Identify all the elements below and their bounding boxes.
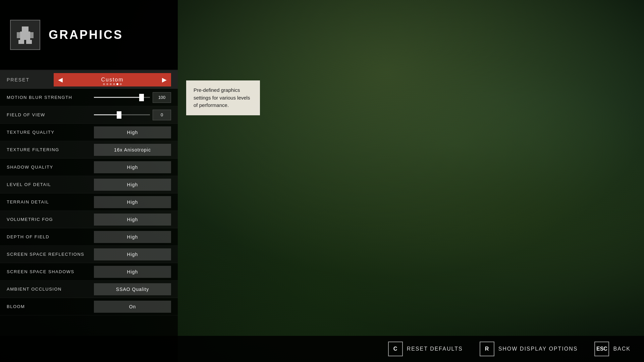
settings-list: MOTION BLUR STRENGTH 100 FIELD OF VIEW 0… (0, 89, 178, 315)
svg-rect-5 (30, 32, 34, 38)
preset-dot-3 (110, 83, 112, 85)
key-badge-2: ESC (594, 342, 609, 356)
svg-rect-3 (26, 40, 32, 44)
setting-row-11: AMBIENT OCCLUSION SSAO Quality (0, 281, 178, 298)
bottom-action-0[interactable]: C RESET DEFAULTS (388, 342, 463, 356)
slider-value-0: 100 (153, 92, 171, 103)
preset-dots (103, 83, 122, 85)
setting-name-1: FIELD OF VIEW (7, 112, 94, 117)
preset-dot-1 (103, 83, 105, 85)
setting-row-1: FIELD OF VIEW 0 (0, 106, 178, 124)
dropdown-11[interactable]: SSAO Quality (94, 283, 171, 295)
dropdown-2[interactable]: High (94, 126, 171, 138)
preset-control: ◀ Custom ▶ (54, 73, 171, 86)
setting-control-10[interactable]: High (94, 266, 171, 278)
setting-row-3: TEXTURE FILTERING 16x Anisotropic (0, 141, 178, 159)
slider-value-1: 0 (153, 110, 171, 120)
settings-panel: PRESET ◀ Custom ▶ MOTION BLUR STRENGTH (0, 70, 178, 335)
setting-row-8: DEPTH OF FIELD High (0, 228, 178, 246)
setting-name-9: SCREEN SPACE REFLECTIONS (7, 252, 94, 257)
svg-rect-4 (17, 32, 20, 38)
slider-0[interactable]: 100 (94, 92, 171, 103)
header: GRAPHICS (0, 0, 178, 70)
preset-dot-5 (116, 83, 118, 85)
bottom-action-2[interactable]: ESC BACK (594, 342, 631, 356)
graphics-icon (10, 20, 40, 50)
action-label-2: BACK (613, 346, 631, 352)
slider-thumb-1[interactable] (117, 111, 121, 119)
setting-name-2: TEXTURE QUALITY (7, 130, 94, 135)
setting-control-8[interactable]: High (94, 231, 171, 243)
setting-name-7: VOLUMETRIC FOG (7, 217, 94, 222)
dropdown-7[interactable]: High (94, 214, 171, 226)
setting-name-10: SCREEN SPACE SHADOWS (7, 269, 94, 274)
setting-name-8: DEPTH OF FIELD (7, 234, 94, 239)
preset-label: PRESET (7, 77, 54, 82)
preset-value: Custom (67, 77, 158, 83)
dropdown-12[interactable]: On (94, 301, 171, 313)
setting-name-6: TERRAIN DETAIL (7, 199, 94, 204)
slider-fill-0 (94, 97, 142, 98)
setting-control-5[interactable]: High (94, 179, 171, 191)
setting-control-12[interactable]: On (94, 301, 171, 313)
preset-prev-button[interactable]: ◀ (54, 73, 67, 86)
preset-next-button[interactable]: ▶ (158, 73, 171, 86)
setting-row-4: SHADOW QUALITY High (0, 159, 178, 176)
dropdown-10[interactable]: High (94, 266, 171, 278)
setting-control-1[interactable]: 0 (94, 110, 171, 120)
page-title: GRAPHICS (49, 28, 123, 42)
tooltip: Pre-defined graphics settings for variou… (186, 80, 260, 115)
setting-name-11: AMBIENT OCCLUSION (7, 287, 94, 292)
dropdown-5[interactable]: High (94, 179, 171, 191)
dropdown-9[interactable]: High (94, 248, 171, 260)
dropdown-6[interactable]: High (94, 196, 171, 208)
preset-dot-4 (113, 83, 115, 85)
svg-rect-0 (22, 26, 29, 32)
setting-control-11[interactable]: SSAO Quality (94, 283, 171, 295)
setting-row-2: TEXTURE QUALITY High (0, 124, 178, 141)
svg-rect-2 (18, 40, 24, 44)
setting-control-7[interactable]: High (94, 214, 171, 226)
key-badge-0: C (388, 342, 403, 356)
dropdown-8[interactable]: High (94, 231, 171, 243)
setting-control-6[interactable]: High (94, 196, 171, 208)
setting-row-5: LEVEL OF DETAIL High (0, 176, 178, 193)
setting-name-3: TEXTURE FILTERING (7, 147, 94, 152)
setting-control-3[interactable]: 16x Anisotropic (94, 144, 171, 156)
setting-name-12: BLOOM (7, 304, 94, 309)
bottom-action-1[interactable]: R SHOW DISPLAY OPTIONS (480, 342, 578, 356)
slider-track-1[interactable] (94, 114, 150, 115)
slider-thumb-0[interactable] (139, 94, 144, 101)
setting-row-12: BLOOM On (0, 298, 178, 315)
setting-name-5: LEVEL OF DETAIL (7, 182, 94, 187)
bottom-bar: C RESET DEFAULTS R SHOW DISPLAY OPTIONS … (0, 336, 644, 362)
slider-track-0[interactable] (94, 97, 150, 98)
setting-control-9[interactable]: High (94, 248, 171, 260)
action-label-1: SHOW DISPLAY OPTIONS (498, 346, 578, 352)
key-badge-1: R (480, 342, 494, 356)
setting-control-0[interactable]: 100 (94, 92, 171, 103)
preset-dot-2 (106, 83, 108, 85)
setting-row-9: SCREEN SPACE REFLECTIONS High (0, 246, 178, 263)
slider-1[interactable]: 0 (94, 110, 171, 120)
setting-name-4: SHADOW QUALITY (7, 165, 94, 170)
preset-row: PRESET ◀ Custom ▶ (0, 70, 178, 89)
setting-control-4[interactable]: High (94, 161, 171, 173)
setting-row-10: SCREEN SPACE SHADOWS High (0, 263, 178, 281)
action-label-0: RESET DEFAULTS (407, 346, 463, 352)
bottom-actions: C RESET DEFAULTS R SHOW DISPLAY OPTIONS … (388, 342, 631, 356)
dropdown-4[interactable]: High (94, 161, 171, 173)
setting-row-7: VOLUMETRIC FOG High (0, 211, 178, 228)
dropdown-3[interactable]: 16x Anisotropic (94, 144, 171, 156)
setting-row-6: TERRAIN DETAIL High (0, 193, 178, 211)
tooltip-text: Pre-defined graphics settings for variou… (194, 86, 253, 109)
svg-rect-1 (20, 32, 30, 40)
setting-row-0: MOTION BLUR STRENGTH 100 (0, 89, 178, 106)
preset-dot-6 (120, 83, 122, 85)
setting-name-0: MOTION BLUR STRENGTH (7, 95, 94, 100)
slider-fill-1 (94, 114, 119, 115)
setting-control-2[interactable]: High (94, 126, 171, 138)
